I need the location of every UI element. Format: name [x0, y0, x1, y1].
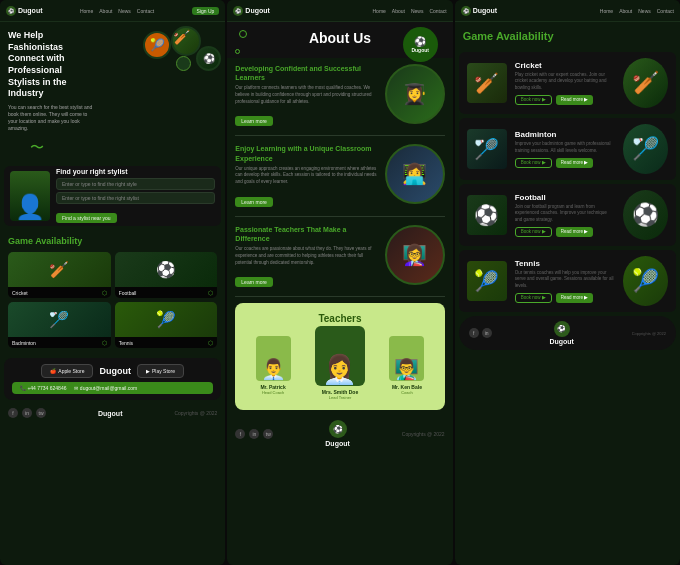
- cricket-list-img: 🏏: [467, 63, 507, 103]
- tennis-list-img: 🎾: [467, 261, 507, 301]
- logo-icon-1: ⚽: [6, 6, 16, 16]
- cricket-read-btn[interactable]: Read more ▶: [556, 95, 594, 105]
- p3-linkedin-icon[interactable]: in: [482, 328, 492, 338]
- panel-3: ⚽ Dugout Home About News Contact Game Av…: [455, 0, 680, 565]
- hero-images-1: 🏏 🎾 ⚽: [141, 26, 221, 106]
- twitter-icon[interactable]: tw: [36, 408, 46, 418]
- nav-about-3[interactable]: About: [619, 8, 632, 14]
- find-title: Find your right stylist: [56, 168, 215, 175]
- nav-contact-1[interactable]: Contact: [137, 8, 154, 14]
- game-card-tennis[interactable]: 🎾 Tennis ⬡: [115, 302, 218, 348]
- tennis-info: Tennis Our tennis coaches will help you …: [515, 259, 615, 303]
- nav-about-1[interactable]: About: [99, 8, 112, 14]
- play-store-btn[interactable]: ▶ Play Store: [137, 364, 184, 378]
- football-btns: Book now ▶ Read more ▶: [515, 227, 615, 237]
- footer-1: f in tw Dugout Copyrights @ 2022: [0, 404, 225, 422]
- logo-ball-text: Dugout: [411, 47, 429, 53]
- nav-about-2[interactable]: About: [392, 8, 405, 14]
- cricket-img: 🏏: [8, 252, 111, 287]
- person-circle-2: 👩‍💻: [385, 144, 445, 204]
- search-input-2[interactable]: Enter or type to find the right stylist: [56, 192, 215, 204]
- facebook-icon[interactable]: f: [8, 408, 18, 418]
- sport-circle-tennis: 🎾: [143, 31, 171, 59]
- apple-store-btn[interactable]: 🍎 Apple Store: [41, 364, 93, 378]
- tennis-read-btn[interactable]: Read more ▶: [556, 293, 594, 303]
- football-name: Football: [515, 193, 615, 202]
- nav-home-2[interactable]: Home: [372, 8, 385, 14]
- football-book-btn[interactable]: Book now ▶: [515, 227, 552, 237]
- tennis-label: Tennis ⬡: [115, 337, 218, 348]
- p3-facebook-icon[interactable]: f: [469, 328, 479, 338]
- game-card-badminton[interactable]: 🏸 Badminton ⬡: [8, 302, 111, 348]
- badminton-book-btn[interactable]: Book now ▶: [515, 158, 552, 168]
- footer-social-2: f in tw: [235, 429, 273, 439]
- badminton-icon: ⬡: [102, 339, 107, 346]
- football-img: ⚽: [115, 252, 218, 287]
- nav-news-3[interactable]: News: [638, 8, 651, 14]
- cricket-btns: Book now ▶ Read more ▶: [515, 95, 615, 105]
- section-3-title: Passionate Teachers That Make a Differen…: [235, 225, 378, 243]
- tennis-name: Tennis: [515, 259, 615, 268]
- bottom-logo: Dugout: [99, 366, 131, 376]
- cricket-book-btn[interactable]: Book now ▶: [515, 95, 552, 105]
- squiggle-1: 〜: [30, 139, 44, 157]
- p2-linkedin-icon[interactable]: in: [249, 429, 259, 439]
- navbar-1: ⚽ Dugout Home About News Contact Sign Up: [0, 0, 225, 22]
- game-availability-1: Game Availability 🏏 Cricket ⬡ ⚽ Football…: [0, 230, 225, 354]
- badminton-list-img: 🏸: [467, 129, 507, 169]
- section-3-btn[interactable]: Learn more: [235, 277, 273, 287]
- section-2-btn[interactable]: Learn more: [235, 197, 273, 207]
- sport-item-cricket: 🏏 Cricket Play cricket with our expert c…: [459, 52, 676, 114]
- badminton-read-btn[interactable]: Read more ▶: [556, 158, 594, 168]
- section-1-btn[interactable]: Learn more: [235, 116, 273, 126]
- nav-contact-3[interactable]: Contact: [657, 8, 674, 14]
- cricket-circle-img: 🏏: [623, 58, 668, 108]
- sport-item-badminton: 🏸 Badminton Improve your badminton game …: [459, 118, 676, 180]
- section-3-text: Passionate Teachers That Make a Differen…: [235, 225, 378, 288]
- logo-icon-2: ⚽: [233, 6, 243, 16]
- football-desc: Join our football program and learn from…: [515, 204, 615, 223]
- deco-circle-1: [176, 56, 191, 71]
- game-card-cricket[interactable]: 🏏 Cricket ⬡: [8, 252, 111, 298]
- section-3-body: Our coaches are passionate about what th…: [235, 246, 378, 266]
- store-buttons: 🍎 Apple Store Dugout ▶ Play Store: [12, 364, 213, 378]
- football-read-btn[interactable]: Read more ▶: [556, 227, 594, 237]
- navbar-3: ⚽ Dugout Home About News Contact: [455, 0, 680, 22]
- find-btn[interactable]: Find a stylist near you: [56, 213, 117, 223]
- nav-contact-2[interactable]: Contact: [429, 8, 446, 14]
- logo-3: ⚽ Dugout: [461, 6, 498, 16]
- teacher-1: 👨‍💼 Mr. Patrick Head Coach: [256, 336, 291, 400]
- footer-2: f in tw ⚽ Dugout Copyrights @ 2022: [227, 416, 452, 451]
- nav-links-1: Home About News Contact: [80, 8, 154, 14]
- divider-2: [235, 216, 444, 217]
- nav-home-3[interactable]: Home: [600, 8, 613, 14]
- p2-twitter-icon[interactable]: tw: [263, 429, 273, 439]
- section-1-text: Developing Confident and Successful Lear…: [235, 64, 378, 127]
- game-card-football[interactable]: ⚽ Football ⬡: [115, 252, 218, 298]
- logo-icon-3: ⚽: [461, 6, 471, 16]
- tennis-desc: Our tennis coaches will help you improve…: [515, 270, 615, 289]
- about-hero: About Us ⚽ Dugout: [227, 22, 452, 58]
- nav-news-2[interactable]: News: [411, 8, 424, 14]
- footer-tagline-2: Copyrights @ 2022: [402, 431, 445, 437]
- badminton-info: Badminton Improve your badminton game wi…: [515, 130, 615, 168]
- sport-item-football: ⚽ Football Join our football program and…: [459, 184, 676, 246]
- nav-news-1[interactable]: News: [118, 8, 131, 14]
- person-circle-3: 👩‍🏫: [385, 225, 445, 285]
- cricket-info: Cricket Play cricket with our expert coa…: [515, 61, 615, 105]
- nav-home-1[interactable]: Home: [80, 8, 93, 14]
- signup-btn-1[interactable]: Sign Up: [192, 7, 220, 15]
- hero-title-1: We Help Fashionistas Connect with Profes…: [8, 30, 88, 100]
- football-label: Football ⬡: [115, 287, 218, 298]
- tennis-book-btn[interactable]: Book now ▶: [515, 293, 552, 303]
- teacher-3-avatar: 👨‍🏫: [389, 336, 424, 381]
- person-circle-1: 👩‍🎓: [385, 64, 445, 124]
- badminton-circle-img: 🏸: [623, 124, 668, 174]
- football-icon: ⬡: [208, 289, 213, 296]
- about-section-1: Developing Confident and Successful Lear…: [227, 58, 452, 133]
- linkedin-icon[interactable]: in: [22, 408, 32, 418]
- search-input-1[interactable]: Enter or type to find the right style: [56, 178, 215, 190]
- teacher-3: 👨‍🏫 Mr. Ken Bale Coach: [389, 336, 424, 400]
- p2-facebook-icon[interactable]: f: [235, 429, 245, 439]
- footer-social-3: f in: [469, 328, 492, 338]
